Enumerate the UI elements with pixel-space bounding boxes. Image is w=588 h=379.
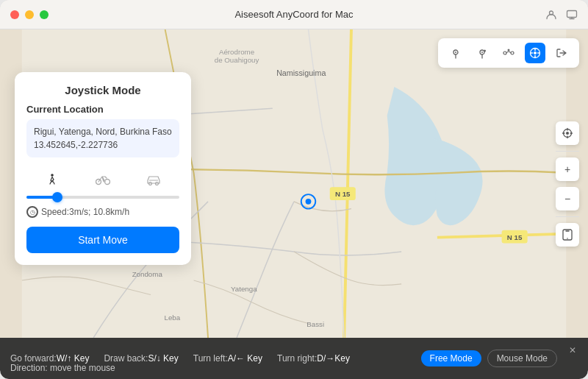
pin-mode-button[interactable]: [445, 43, 466, 63]
hint-left: Turn left:A/← Key: [193, 353, 262, 364]
close-button[interactable]: [10, 10, 19, 19]
bottom-bar: Go forward:W/↑ Key Draw back:S/↓ Key Tur…: [0, 338, 588, 379]
multi-route-button[interactable]: [498, 43, 519, 63]
svg-text:Leba: Leba: [165, 314, 181, 322]
zoom-out-icon: −: [564, 193, 570, 205]
svg-text:N 15: N 15: [507, 233, 523, 241]
bike-mode-button[interactable]: [77, 168, 128, 191]
right-sidebar: + −: [556, 121, 579, 247]
free-mode-button[interactable]: Free Mode: [421, 350, 481, 366]
screen-icon[interactable]: [566, 9, 578, 21]
svg-point-24: [508, 49, 510, 52]
close-bottom-bar-button[interactable]: ✕: [566, 344, 579, 357]
svg-point-18: [455, 52, 456, 53]
zoom-in-button[interactable]: +: [556, 157, 579, 181]
user-icon[interactable]: [545, 9, 557, 21]
bottom-modes: Free Mode Mouse Mode: [421, 350, 557, 367]
zoom-in-icon: +: [564, 163, 570, 175]
svg-text:Bassi: Bassi: [306, 320, 324, 328]
location-target-button[interactable]: [556, 121, 579, 145]
svg-point-30: [567, 238, 568, 239]
speed-slider-thumb[interactable]: [52, 192, 62, 202]
svg-point-16: [306, 199, 312, 205]
hint-right: Turn right:D/→Key: [277, 353, 350, 364]
svg-text:de Ouahigouy: de Ouahigouy: [215, 56, 259, 64]
map-toolbar: [438, 38, 579, 68]
svg-point-22: [503, 52, 506, 54]
window-title: Aiseesoft AnyCoord for Mac: [234, 9, 353, 20]
speed-slider[interactable]: [26, 196, 179, 199]
maximize-button[interactable]: [40, 10, 49, 19]
bottom-hints: Go forward:W/↑ Key Draw back:S/↓ Key Tur…: [10, 353, 421, 364]
sidebar-divider-2: [556, 216, 579, 217]
svg-point-23: [511, 52, 514, 54]
hint-direction: Direction: move the mouse: [10, 363, 115, 373]
titlebar: Aiseesoft AnyCoord for Mac: [0, 0, 588, 29]
hint-right-key: D/→Key: [317, 353, 350, 364]
transport-modes: [26, 168, 179, 191]
map-area[interactable]: N 15 N 15 Namissiguima Zogore Zondoma Ya…: [0, 29, 588, 338]
start-move-button[interactable]: Start Move: [26, 227, 179, 253]
titlebar-actions: [545, 9, 578, 21]
car-mode-button[interactable]: [129, 168, 179, 191]
svg-rect-1: [567, 10, 577, 17]
speed-slider-track: [26, 196, 179, 199]
main-content: N 15 N 15 Namissiguima Zogore Zondoma Ya…: [0, 29, 588, 338]
location-box: Rigui, Yatenga, Nord, Burkina Faso 13.45…: [26, 119, 179, 157]
svg-text:Aérodrome: Aérodrome: [219, 48, 254, 56]
walk-mode-button[interactable]: [26, 168, 77, 191]
location-line2: 13.452645,-2.227736: [34, 138, 172, 152]
zoom-out-button[interactable]: −: [556, 187, 579, 210]
device-button[interactable]: [556, 223, 579, 247]
joystick-mode-button[interactable]: [525, 43, 545, 63]
sidebar-divider: [556, 151, 579, 152]
svg-point-31: [51, 174, 54, 177]
traffic-lights: [10, 10, 49, 19]
mouse-mode-button[interactable]: Mouse Mode: [487, 350, 557, 367]
hint-back-key: S/↓ Key: [148, 353, 178, 364]
app-window: Aiseesoft AnyCoord for Mac: [0, 0, 588, 379]
svg-point-20: [481, 52, 483, 53]
hint-forward: Go forward:W/↑ Key: [10, 353, 89, 364]
svg-point-28: [566, 132, 569, 135]
speed-label: ◷ Speed:3m/s; 10.8km/h: [26, 206, 179, 218]
hint-forward-key: W/↑ Key: [57, 353, 90, 364]
hint-left-key: A/← Key: [228, 353, 262, 364]
location-line1: Rigui, Yatenga, Nord, Burkina Faso: [34, 125, 172, 138]
exit-button[interactable]: [551, 43, 572, 63]
panel-subtitle: Current Location: [26, 104, 179, 115]
joystick-panel: Joystick Mode Current Location Rigui, Ya…: [15, 72, 191, 265]
route-settings-button[interactable]: [472, 43, 492, 63]
speed-text: Speed:3m/s; 10.8km/h: [41, 207, 129, 217]
svg-text:Namissiguima: Namissiguima: [276, 68, 326, 77]
svg-text:Yatenga: Yatenga: [231, 285, 257, 293]
svg-point-26: [534, 52, 537, 54]
svg-text:N 15: N 15: [335, 190, 351, 198]
hint-back: Draw back:S/↓ Key: [104, 353, 178, 364]
svg-point-21: [484, 50, 486, 52]
speed-icon: ◷: [26, 206, 38, 218]
panel-title: Joystick Mode: [26, 84, 179, 96]
minimize-button[interactable]: [25, 10, 34, 19]
svg-text:Zondoma: Zondoma: [132, 270, 163, 278]
